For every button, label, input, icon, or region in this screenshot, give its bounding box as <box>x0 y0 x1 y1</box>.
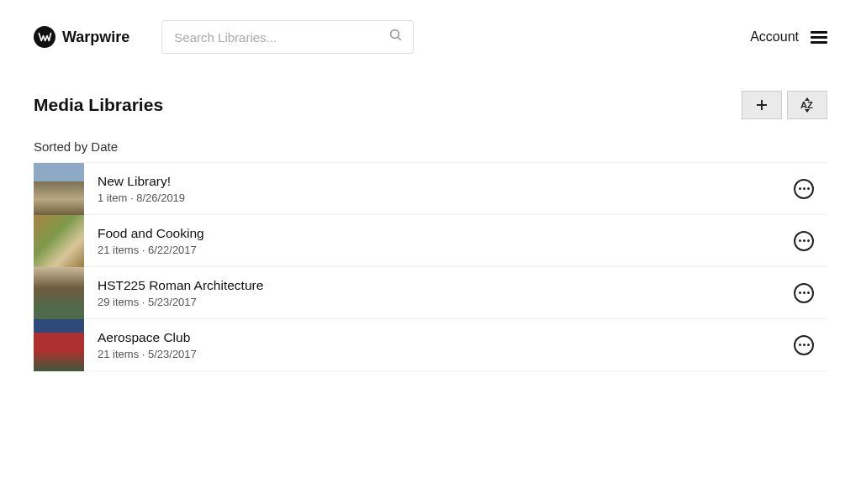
library-row-body: New Library! 1 item · 8/26/2019 <box>84 174 794 204</box>
svg-text:A: A <box>800 100 807 110</box>
search-icon <box>388 28 404 46</box>
library-title: HST225 Roman Architecture <box>98 278 794 293</box>
plus-icon <box>754 97 769 113</box>
library-thumbnail <box>34 267 84 319</box>
library-list: New Library! 1 item · 8/26/2019 Food and… <box>34 162 827 371</box>
library-row[interactable]: HST225 Roman Architecture 29 items · 5/2… <box>34 267 827 319</box>
svg-point-0 <box>391 30 399 39</box>
library-row[interactable]: Aerospace Club 21 items · 5/23/2017 <box>34 319 827 371</box>
library-meta: 21 items · 6/22/2017 <box>98 244 794 256</box>
sort-label: Sorted by Date <box>34 139 827 154</box>
more-options-icon[interactable] <box>794 283 814 303</box>
svg-text:Z: Z <box>807 100 813 110</box>
content: Media Libraries A Z Sorted by Date New L… <box>0 91 861 371</box>
library-thumbnail <box>34 215 84 267</box>
header: Warpwire Account <box>0 0 861 67</box>
library-row-body: HST225 Roman Architecture 29 items · 5/2… <box>84 278 794 308</box>
more-options-icon[interactable] <box>794 179 814 199</box>
menu-icon[interactable] <box>811 31 827 44</box>
library-meta: 1 item · 8/26/2019 <box>98 192 794 204</box>
library-row[interactable]: New Library! 1 item · 8/26/2019 <box>34 163 827 215</box>
search-field[interactable] <box>161 20 414 54</box>
more-options-icon[interactable] <box>794 231 814 251</box>
page-title: Media Libraries <box>34 95 163 115</box>
svg-marker-7 <box>805 109 810 113</box>
library-row-body: Aerospace Club 21 items · 5/23/2017 <box>84 330 794 360</box>
library-thumbnail <box>34 163 84 215</box>
add-button[interactable] <box>742 91 782 119</box>
brand-name: Warpwire <box>62 29 129 46</box>
search-input[interactable] <box>161 20 414 54</box>
title-row: Media Libraries A Z <box>34 91 827 119</box>
sort-az-icon: A Z <box>796 97 818 113</box>
library-title: New Library! <box>98 174 794 189</box>
library-row[interactable]: Food and Cooking 21 items · 6/22/2017 <box>34 215 827 267</box>
sort-button[interactable]: A Z <box>787 91 827 119</box>
brand-logo[interactable]: Warpwire <box>34 26 129 48</box>
more-options-icon[interactable] <box>794 335 814 355</box>
library-meta: 21 items · 5/23/2017 <box>98 348 794 360</box>
account-link[interactable]: Account <box>750 29 799 45</box>
library-row-body: Food and Cooking 21 items · 6/22/2017 <box>84 226 794 256</box>
library-title: Aerospace Club <box>98 330 794 345</box>
svg-line-1 <box>399 37 402 40</box>
logo-icon <box>34 26 55 48</box>
library-thumbnail <box>34 319 84 371</box>
library-title: Food and Cooking <box>98 226 794 241</box>
library-meta: 29 items · 5/23/2017 <box>98 296 794 308</box>
header-right: Account <box>750 29 827 45</box>
title-actions: A Z <box>742 91 827 119</box>
